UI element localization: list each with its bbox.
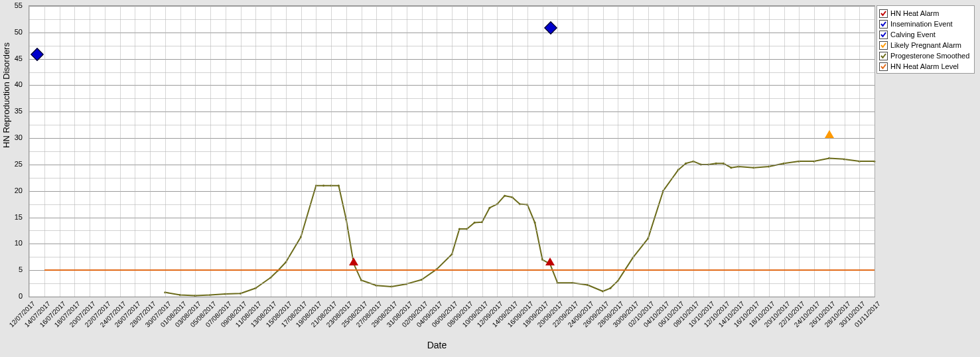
hn-heat-alarm-marker (349, 257, 358, 265)
svg-point-30 (504, 194, 506, 196)
legend-checkbox[interactable] (879, 20, 888, 29)
y-tick-label: 30 (0, 133, 23, 141)
legend-label: Likely Pregnant Alarm (890, 41, 961, 49)
legend-checkbox[interactable] (879, 9, 888, 18)
svg-point-34 (534, 222, 536, 224)
y-tick-label: 15 (0, 213, 23, 221)
legend-item[interactable]: Likely Pregnant Alarm (879, 40, 972, 50)
y-tick-label: 50 (0, 28, 23, 36)
likely-pregnant-alarm-marker (825, 130, 834, 138)
legend-label: Calving Event (890, 31, 936, 38)
legend-checkbox[interactable] (879, 31, 888, 39)
legend-checkbox[interactable] (879, 62, 888, 71)
legend-item[interactable]: Insemination Event (879, 19, 972, 29)
legend-checkbox[interactable] (879, 52, 888, 60)
svg-point-12 (322, 184, 324, 186)
plot-area (29, 5, 875, 297)
svg-point-14 (338, 184, 340, 186)
svg-point-24 (458, 228, 460, 230)
heat-alarm-level-line (44, 269, 875, 271)
legend-checkbox[interactable] (879, 41, 888, 50)
y-tick-label: 45 (0, 54, 23, 62)
y-tick-label: 20 (0, 186, 23, 194)
y-tick-label: 0 (0, 292, 23, 300)
legend-item[interactable]: HN Heat Alarm (879, 8, 972, 19)
y-tick-label: 5 (0, 265, 23, 273)
legend-label: Progesterone Smoothed (890, 52, 969, 60)
y-tick-label: 10 (0, 239, 23, 247)
y-tick-label: 35 (0, 107, 23, 115)
svg-point-28 (488, 207, 490, 209)
legend-item[interactable]: Calving Event (879, 29, 972, 40)
svg-point-41 (609, 287, 611, 289)
legend-label: HN Heat Alarm (890, 9, 939, 17)
chart-legend: HN Heat AlarmInsemination EventCalving E… (876, 5, 975, 74)
svg-point-53 (730, 167, 732, 169)
svg-point-26 (474, 222, 476, 224)
legend-label: Insemination Event (890, 20, 953, 28)
y-tick-label: 25 (0, 160, 23, 168)
hn-heat-alarm-marker (545, 257, 555, 265)
y-tick-label: 40 (0, 80, 23, 88)
y-tick-label: 55 (0, 1, 23, 9)
legend-item[interactable]: Progesterone Smoothed (879, 50, 972, 61)
legend-label: HN Heat Alarm Level (890, 62, 959, 70)
legend-item[interactable]: HN Heat Alarm Level (879, 61, 972, 72)
